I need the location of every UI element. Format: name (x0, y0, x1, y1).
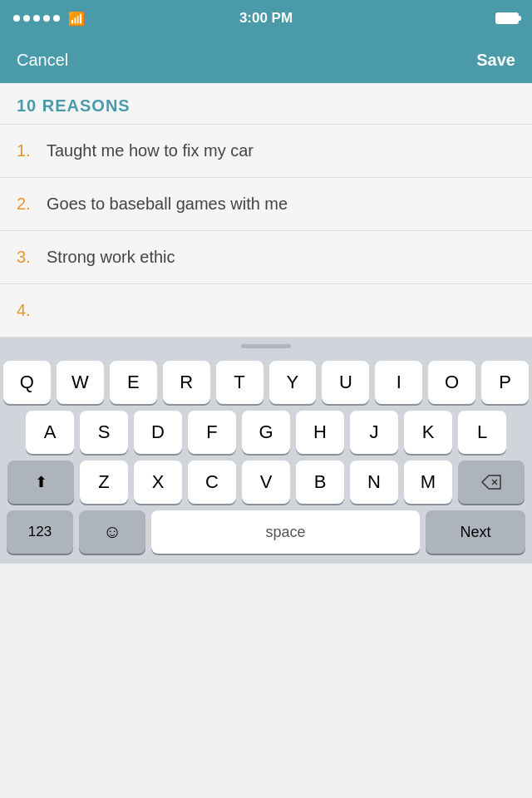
key-i[interactable]: I (375, 361, 422, 404)
keyboard-row-1: Q W E R T Y U I O P (3, 361, 529, 404)
dot3 (33, 15, 40, 22)
list-item: 2. Goes to baseball games with me (0, 178, 532, 231)
key-d[interactable]: D (134, 411, 182, 454)
key-z[interactable]: Z (80, 461, 128, 504)
keyboard-row-2: A S D F G H J K L (3, 411, 529, 454)
key-e[interactable]: E (110, 361, 157, 404)
reason-number-4: 4. (17, 301, 47, 320)
key-p[interactable]: P (481, 361, 529, 404)
key-q[interactable]: Q (3, 361, 51, 404)
key-x[interactable]: X (134, 461, 182, 504)
delete-icon (480, 474, 502, 490)
save-button[interactable]: Save (476, 51, 515, 70)
key-t[interactable]: T (216, 361, 264, 404)
status-time: 3:00 PM (239, 10, 293, 27)
section-header: 10 REASONS (0, 83, 532, 125)
key-l[interactable]: L (458, 411, 506, 454)
list-item: 3. Strong work ethic (0, 231, 532, 284)
key-b[interactable]: B (296, 461, 344, 504)
space-key[interactable]: space (151, 510, 420, 554)
battery-fill (497, 14, 517, 22)
content-area: 10 REASONS 1. Taught me how to fix my ca… (0, 83, 532, 337)
key-o[interactable]: O (428, 361, 475, 404)
keyboard-handle-area (0, 337, 532, 354)
numbers-key[interactable]: 123 (7, 510, 73, 554)
keyboard: Q W E R T Y U I O P A S D F G H J K L ⬆ … (0, 354, 532, 564)
key-h[interactable]: H (296, 411, 344, 454)
key-g[interactable]: G (242, 411, 290, 454)
key-r[interactable]: R (163, 361, 210, 404)
key-m[interactable]: M (404, 461, 452, 504)
list-item: 1. Taught me how to fix my car (0, 125, 532, 178)
dot5 (53, 15, 60, 22)
active-input-row: 4. (0, 284, 532, 337)
reason-number-3: 3. (17, 248, 47, 267)
dot1 (13, 15, 20, 22)
reason-number-1: 1. (17, 141, 47, 160)
reasons-list: 1. Taught me how to fix my car 2. Goes t… (0, 125, 532, 337)
key-f[interactable]: F (188, 411, 236, 454)
key-k[interactable]: K (404, 411, 452, 454)
key-w[interactable]: W (57, 361, 104, 404)
keyboard-handle (241, 344, 291, 348)
key-n[interactable]: N (350, 461, 398, 504)
section-title: 10 REASONS (17, 96, 131, 115)
signal-area: 📶 (13, 11, 85, 27)
numbers-label: 123 (28, 524, 52, 540)
key-a[interactable]: A (26, 411, 74, 454)
battery-icon (495, 12, 519, 24)
emoji-key[interactable]: ☺ (79, 510, 145, 554)
keyboard-bottom-row: 123 ☺ space Next (3, 510, 529, 560)
cancel-button[interactable]: Cancel (17, 51, 68, 70)
key-y[interactable]: Y (269, 361, 317, 404)
reason-text-2: Goes to baseball games with me (47, 195, 288, 214)
shift-key[interactable]: ⬆ (7, 461, 74, 504)
reason-text-1: Taught me how to fix my car (47, 141, 254, 160)
reason-input-4[interactable] (47, 301, 515, 320)
delete-key[interactable] (458, 461, 525, 504)
reason-text-3: Strong work ethic (47, 248, 175, 267)
dot2 (23, 15, 30, 22)
next-label: Next (460, 524, 490, 541)
key-j[interactable]: J (350, 411, 398, 454)
key-u[interactable]: U (322, 361, 369, 404)
emoji-icon: ☺ (103, 521, 121, 543)
signal-dots (13, 15, 60, 22)
reason-number-2: 2. (17, 195, 47, 214)
wifi-icon: 📶 (68, 11, 85, 27)
next-key[interactable]: Next (426, 510, 525, 554)
keyboard-row-3: ⬆ Z X C V B N M (3, 461, 529, 504)
status-bar: 📶 3:00 PM (0, 0, 532, 37)
key-s[interactable]: S (80, 411, 128, 454)
key-v[interactable]: V (242, 461, 290, 504)
nav-bar: Cancel Save (0, 37, 532, 83)
dot4 (43, 15, 50, 22)
key-c[interactable]: C (188, 461, 236, 504)
shift-icon: ⬆ (35, 473, 47, 491)
space-label: space (265, 524, 305, 541)
